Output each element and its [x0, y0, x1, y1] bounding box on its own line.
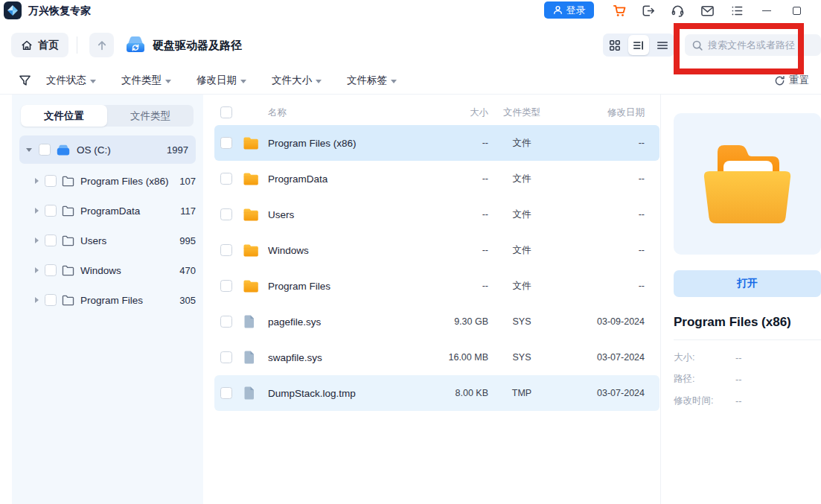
row-checkbox[interactable] — [220, 137, 232, 149]
compact-view-button[interactable] — [652, 35, 673, 55]
toolbar-separator — [77, 36, 77, 54]
table-row[interactable]: Program Files (x86) -- 文件 -- — [214, 125, 659, 161]
folder-checkbox[interactable] — [45, 264, 57, 276]
detail-field: 路径: -- — [674, 369, 821, 390]
home-button[interactable]: 首页 — [11, 33, 68, 57]
chevron-down-icon — [316, 80, 322, 83]
filter-dropdown[interactable]: 文件状态 — [46, 74, 96, 87]
row-checkbox[interactable] — [220, 208, 232, 220]
header-name[interactable]: 名称 — [268, 106, 406, 119]
file-name: Windows — [268, 245, 406, 256]
tree-item-label: Windows — [80, 265, 121, 276]
headset-icon[interactable] — [669, 2, 686, 19]
table-row[interactable]: DumpStack.log.tmp 8.00 KB TMP 03-07-2024 — [214, 375, 659, 411]
filter-dropdown[interactable]: 文件类型 — [121, 74, 171, 87]
header-type[interactable]: 文件类型 — [488, 106, 555, 119]
expand-arrow-icon[interactable] — [35, 178, 39, 184]
row-checkbox[interactable] — [220, 387, 232, 399]
select-all-checkbox[interactable] — [220, 106, 232, 118]
reset-filters-button[interactable]: 重置 — [774, 74, 809, 87]
drive-checkbox[interactable] — [39, 144, 51, 156]
file-size: -- — [406, 281, 488, 291]
header-size[interactable]: 大小 — [406, 106, 488, 119]
tree-root-drive[interactable]: OS (C:) 1997 — [19, 135, 196, 164]
filter-dropdown[interactable]: 文件标签 — [347, 74, 397, 87]
file-name: pagefile.sys — [268, 316, 406, 328]
sidebar: 文件位置 文件类型 OS (C:) 1997 Program Files (x8… — [12, 95, 203, 504]
file-icon — [243, 386, 255, 401]
file-type-icon — [243, 136, 268, 150]
tree-item[interactable]: Program Files 305 — [12, 285, 203, 315]
file-type: 文件 — [488, 137, 555, 150]
search-input[interactable] — [708, 39, 812, 51]
row-checkbox[interactable] — [220, 351, 232, 363]
expand-arrow-icon[interactable] — [35, 297, 39, 303]
tree-item[interactable]: Windows 470 — [12, 255, 203, 285]
tree-item-count: 305 — [179, 295, 196, 306]
close-button[interactable]: ✕ — [817, 2, 821, 19]
table-row[interactable]: ProgramData -- 文件 -- — [214, 161, 659, 197]
maximize-button[interactable] — [788, 2, 805, 19]
expand-arrow-icon[interactable] — [35, 267, 39, 273]
file-name: DumpStack.log.tmp — [268, 388, 406, 399]
cart-icon[interactable] — [611, 2, 627, 19]
detail-title: Program Files (x86) — [674, 315, 791, 330]
file-type: 文件 — [488, 244, 555, 257]
table-row[interactable]: Program Files -- 文件 -- — [214, 268, 659, 304]
row-checkbox[interactable] — [220, 244, 232, 256]
filter-dropdowns: 文件状态 文件类型 修改日期 文件大小 文件标签 — [46, 67, 397, 94]
navigate-up-button[interactable] — [89, 33, 114, 57]
row-checkbox[interactable] — [220, 316, 232, 328]
filter-dropdown[interactable]: 修改日期 — [197, 74, 246, 87]
mail-icon[interactable] — [699, 2, 715, 19]
filter-funnel-icon[interactable] — [19, 74, 31, 87]
row-checkbox[interactable] — [220, 280, 232, 292]
expand-arrow-icon[interactable] — [35, 208, 39, 214]
tree-item[interactable]: Users 995 — [12, 226, 203, 255]
folder-checkbox[interactable] — [45, 175, 57, 187]
file-size: 8.00 KB — [406, 388, 488, 398]
folder-icon — [243, 172, 259, 186]
file-name: Program Files — [268, 281, 406, 292]
folder-checkbox[interactable] — [45, 205, 57, 217]
file-date: -- — [555, 245, 645, 255]
folder-icon — [243, 208, 259, 222]
sidebar-tab[interactable]: 文件位置 — [21, 105, 107, 127]
export-icon[interactable] — [639, 2, 656, 19]
sidebar-tab[interactable]: 文件类型 — [107, 105, 194, 127]
table-row[interactable]: Windows -- 文件 -- — [214, 232, 659, 268]
minimize-button[interactable] — [758, 2, 775, 19]
tree-item[interactable]: ProgramData 117 — [12, 196, 203, 226]
grid-view-button[interactable] — [604, 35, 625, 55]
expand-arrow-icon[interactable] — [35, 237, 39, 243]
table-row[interactable]: swapfile.sys 16.00 MB SYS 03-07-2024 — [214, 339, 659, 375]
list-view-button[interactable] — [628, 35, 649, 55]
tree-item[interactable]: Program Files (x86) 107 — [12, 166, 203, 196]
home-label: 首页 — [38, 39, 59, 52]
sidebar-tab-label: 文件类型 — [130, 109, 170, 123]
folder-outline-icon — [62, 295, 74, 306]
file-type-icon — [243, 350, 268, 365]
file-type: 文件 — [488, 173, 555, 185]
file-name: swapfile.sys — [268, 352, 406, 363]
folder-checkbox[interactable] — [45, 235, 57, 246]
drive-scan-icon — [125, 35, 146, 57]
header-date[interactable]: 修改日期 — [555, 106, 645, 119]
login-button[interactable]: 登录 — [544, 1, 594, 19]
detail-divider — [674, 339, 821, 340]
user-icon — [553, 5, 563, 15]
field-value: -- — [735, 374, 741, 385]
menu-list-icon[interactable] — [729, 2, 745, 19]
home-icon — [21, 39, 33, 51]
file-date: 03-09-2024 — [555, 316, 645, 327]
file-icon — [243, 350, 255, 365]
table-row[interactable]: pagefile.sys 9.30 GB SYS 03-09-2024 — [214, 304, 659, 339]
folder-checkbox[interactable] — [45, 294, 57, 306]
table-row[interactable]: Users -- 文件 -- — [214, 197, 659, 232]
file-date: -- — [555, 138, 645, 148]
collapse-arrow-icon[interactable] — [26, 148, 32, 152]
open-button[interactable]: 打开 — [674, 270, 821, 297]
filter-dropdown[interactable]: 文件大小 — [272, 74, 322, 87]
row-checkbox[interactable] — [220, 173, 232, 185]
chevron-down-icon — [240, 80, 246, 83]
